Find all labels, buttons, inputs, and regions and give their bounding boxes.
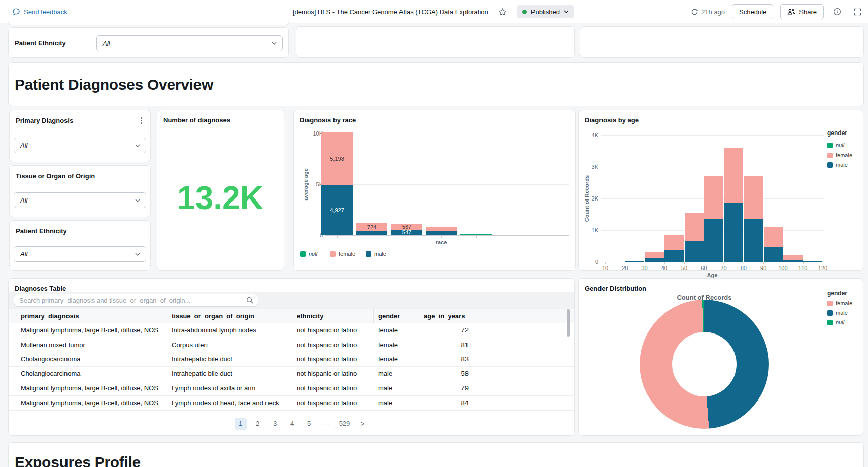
page-button-3[interactable]: 3: [269, 418, 281, 430]
table-row[interactable]: Mullerian mixed tumorCorpus uterinot his…: [9, 338, 574, 353]
donut-chart[interactable]: [640, 300, 769, 429]
y-gridline: [325, 134, 569, 134]
x-tick: [441, 235, 442, 238]
page-button-529[interactable]: 529: [338, 418, 352, 430]
patient-ethnicity-filter-card: Patient Ethnicity All: [9, 220, 151, 271]
bar-segment-female[interactable]: [426, 227, 457, 231]
table-cell-gender: male: [378, 381, 392, 396]
bar-segment-female[interactable]: [664, 235, 684, 250]
bar-segment-male[interactable]: [356, 231, 387, 235]
legend-swatch-male: [366, 251, 371, 257]
legend-item-female[interactable]: female: [827, 152, 852, 158]
table-row[interactable]: CholangiocarcinomaIntrahepatic bile duct…: [9, 352, 574, 367]
legend-item-male[interactable]: male: [366, 251, 386, 257]
legend-swatch-male: [827, 162, 833, 168]
x-tick-label: 20: [619, 265, 631, 271]
bottom-section-title: Exposures Profile: [15, 454, 141, 467]
bar-segment-female[interactable]: [724, 148, 743, 203]
favorite-star-icon[interactable]: [496, 5, 509, 18]
bar-segment-male[interactable]: [764, 247, 783, 262]
ethnicity-filter-dropdown[interactable]: All: [96, 35, 283, 51]
column-header-tissue_or_organ_of_origin[interactable]: tissue_or_organ_of_origin: [172, 309, 254, 323]
bar-value-label: 547: [402, 229, 411, 235]
y-tick-label: 3K: [583, 164, 598, 170]
info-icon[interactable]: [831, 5, 844, 18]
bar-segment-male[interactable]: [803, 261, 822, 262]
primary-diagnosis-dropdown[interactable]: All: [14, 138, 146, 153]
donut-hole: [672, 332, 737, 396]
bar-segment-male[interactable]: [426, 231, 457, 235]
filter-label: Patient Ethnicity: [16, 227, 67, 235]
people-icon: [787, 8, 795, 15]
legend-item-female[interactable]: female: [330, 251, 355, 257]
table-cell-tissue_or_organ_of_origin: Lymph nodes of axilla or arm: [172, 381, 292, 396]
table-cell-primary_diagnosis: Malignant lymphoma, large B-cell, diffus…: [21, 323, 167, 338]
next-page-button[interactable]: >: [356, 418, 368, 430]
kebab-menu-icon[interactable]: [137, 116, 145, 124]
fullscreen-icon[interactable]: [851, 5, 864, 18]
legend-item-null[interactable]: null: [827, 142, 844, 148]
send-feedback-label: Send feedback: [24, 8, 68, 16]
refresh-button[interactable]: 21h ago: [691, 8, 725, 16]
bar-segment-female[interactable]: [803, 261, 822, 261]
table-row[interactable]: Malignant lymphoma, large B-cell, diffus…: [9, 396, 574, 411]
column-header-primary_diagnosis[interactable]: primary_diagnosis: [21, 309, 79, 323]
published-status-dropdown[interactable]: Published: [517, 5, 574, 18]
table-row[interactable]: Malignant lymphoma, large B-cell, diffus…: [9, 381, 574, 396]
bar-segment-female[interactable]: [625, 261, 644, 261]
y-gridline: [601, 167, 824, 167]
bar-segment-male[interactable]: [704, 219, 723, 262]
table-scrollbar[interactable]: [567, 309, 570, 337]
x-axis-title: Age: [702, 272, 722, 278]
bar-segment-male[interactable]: [645, 258, 664, 262]
page-button-2[interactable]: 2: [252, 418, 264, 430]
table-search-input[interactable]: [14, 294, 258, 307]
bar-segment-female[interactable]: [704, 176, 723, 219]
bar-segment-male[interactable]: [685, 241, 704, 262]
chevron-down-icon: [135, 144, 140, 147]
page-button-5[interactable]: 5: [303, 418, 315, 430]
table-row[interactable]: Malignant lymphoma, large B-cell, diffus…: [9, 323, 574, 338]
tissue-origin-dropdown[interactable]: All: [14, 192, 146, 208]
dashboard-screen: Send feedback [demos] HLS - The Cancer G…: [0, 0, 868, 467]
bar-segment-male[interactable]: [664, 250, 684, 262]
bar-segment-male[interactable]: [724, 203, 743, 262]
filter-label: Primary Diagnosis: [16, 117, 73, 124]
x-axis-line: [325, 235, 569, 236]
x-tick-label: 60: [698, 265, 710, 271]
bar-segment-male[interactable]: [744, 219, 763, 262]
legend-swatch-null: [300, 251, 306, 257]
column-header-ethnicity[interactable]: ethnicity: [297, 309, 323, 323]
legend-item-male[interactable]: male: [827, 310, 848, 316]
schedule-button[interactable]: Schedule: [732, 4, 773, 19]
column-header-gender[interactable]: gender: [378, 309, 400, 323]
legend-item-null[interactable]: null: [827, 319, 844, 325]
send-feedback-link[interactable]: Send feedback: [12, 0, 68, 23]
patient-ethnicity-dropdown[interactable]: All: [14, 246, 146, 262]
table-cell-age_in_years: 83: [419, 352, 473, 367]
legend-item-female[interactable]: female: [827, 300, 852, 306]
bar-segment-female[interactable]: [645, 252, 664, 258]
refresh-icon: [691, 8, 698, 16]
bar-segment-male[interactable]: [625, 261, 644, 262]
table-row[interactable]: CholangiocarcinomaIntrahepatic bile duct…: [9, 367, 574, 381]
legend-item-null[interactable]: null: [300, 251, 317, 257]
table-cell-primary_diagnosis: Malignant lymphoma, large B-cell, diffus…: [21, 396, 167, 411]
legend-item-male[interactable]: male: [827, 162, 848, 168]
bar-segment-male[interactable]: [783, 260, 803, 262]
share-button[interactable]: Share: [780, 4, 824, 19]
column-header-age_in_years[interactable]: age_in_years: [424, 309, 465, 323]
bar-segment-female[interactable]: [764, 227, 783, 247]
page-ellipsis[interactable]: ···: [320, 418, 332, 430]
page-button-4[interactable]: 4: [286, 418, 298, 430]
bar-segment-female[interactable]: [685, 213, 704, 241]
page-button-1[interactable]: 1: [235, 418, 247, 430]
table-cell-ethnicity: not hispanic or latino: [297, 367, 357, 381]
bar-segment-female[interactable]: [744, 176, 763, 219]
x-tick: [704, 262, 704, 264]
table-cell-gender: female: [378, 338, 398, 353]
table-cell-gender: female: [378, 352, 398, 367]
diagnoses-table-card: Diagnoses Table primary_diagnosistissue_…: [8, 278, 575, 436]
bar-segment-female[interactable]: [783, 255, 803, 259]
table-cell-gender: male: [378, 396, 392, 411]
